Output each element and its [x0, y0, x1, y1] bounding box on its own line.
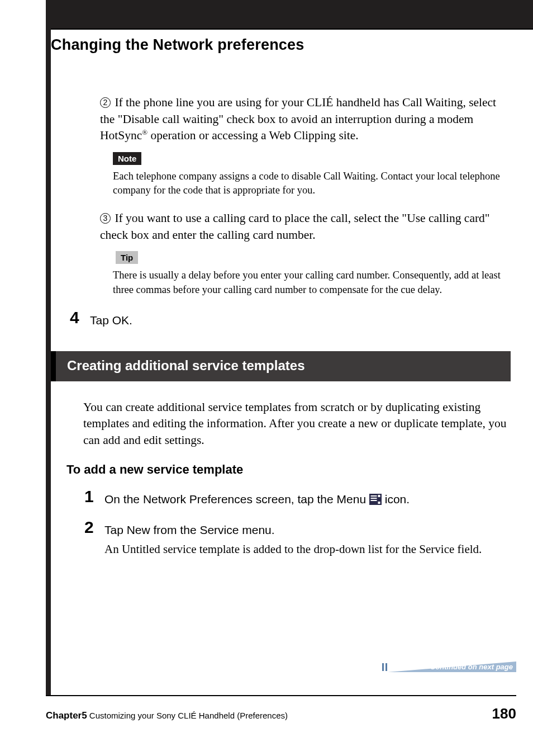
step-1-text-after: icon.	[385, 493, 410, 505]
tip-body: There is usually a delay before you ente…	[100, 268, 511, 297]
step-number-1: 1	[84, 488, 96, 505]
svg-rect-3	[370, 500, 377, 501]
note-badge: Note	[113, 152, 141, 165]
svg-rect-2	[370, 498, 377, 499]
note-body: Each telephone company assigns a code to…	[100, 169, 511, 198]
subsection-heading: Creating additional service templates	[67, 358, 499, 374]
step-4-text: Tap OK.	[90, 309, 511, 328]
continued-text: Continued on next page	[430, 662, 513, 672]
left-vertical-bar	[46, 0, 51, 696]
circled-number-2: 2	[100, 97, 111, 108]
circled-number-3: 3	[100, 213, 111, 224]
svg-rect-4	[378, 495, 380, 497]
footer-chapter-label: Chapter5	[46, 710, 87, 721]
substep-3: 3 If you want to use a calling card to p…	[100, 210, 511, 243]
page-number: 180	[492, 705, 516, 722]
subsection-intro: You can create additional service templa…	[83, 399, 511, 449]
menu-icon	[369, 493, 382, 509]
svg-rect-5	[378, 502, 380, 504]
sub-sub-heading: To add a new service template	[66, 462, 511, 477]
step-2-text: Tap New from the Service menu.	[104, 522, 511, 538]
substep-3-text: If you want to use a calling card to pla…	[100, 211, 490, 242]
subsection-heading-bar: Creating additional service templates	[51, 351, 511, 381]
page-title: Changing the Network preferences	[51, 36, 511, 54]
step-2-detail: An Untitled service template is added to…	[104, 541, 511, 557]
step-1-row: 1 On the Network Preferences screen, tap…	[84, 488, 511, 509]
step-1-text-before: On the Network Preferences screen, tap t…	[104, 493, 369, 505]
footer-chapter-text: Customizing your Sony CLIÉ Handheld (Pre…	[87, 711, 288, 720]
continued-indicator: Continued on next page	[388, 659, 516, 672]
step-2-row: 2 Tap New from the Service menu. An Unti…	[84, 519, 511, 557]
continued-tick-icon	[382, 663, 384, 671]
svg-rect-1	[370, 495, 377, 497]
substep-2: 2 If the phone line you are using for yo…	[100, 94, 511, 144]
registered-mark: ®	[142, 129, 147, 136]
step-number-2: 2	[84, 519, 96, 536]
step-number-4: 4	[70, 309, 81, 326]
continued-tick-icon	[386, 663, 387, 671]
step-4-row: 4 Tap OK.	[70, 309, 511, 328]
tip-badge: Tip	[116, 251, 138, 264]
top-black-band	[46, 0, 533, 29]
page-footer: Chapter5 Customizing your Sony CLIÉ Hand…	[46, 695, 516, 722]
substep-2-text-b: operation or accessing a Web Clipping si…	[147, 129, 359, 142]
